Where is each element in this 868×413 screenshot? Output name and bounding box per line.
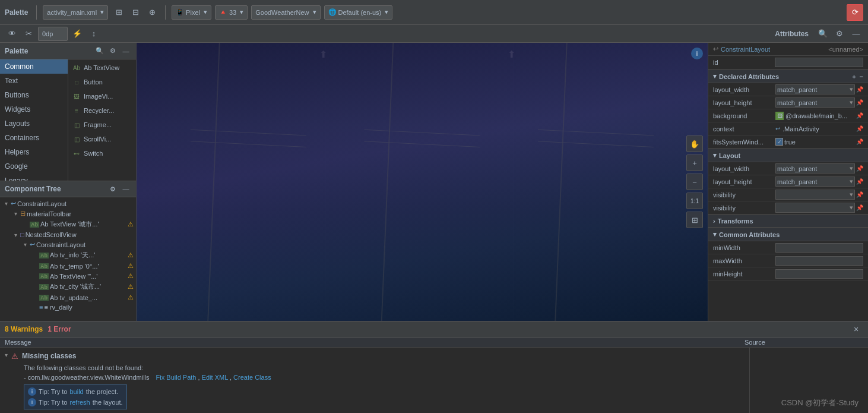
layout-pin-0[interactable]: 📌	[856, 165, 863, 172]
palette-item-label-imageview: ImageVi...	[84, 93, 113, 100]
tree-item-nestedscroll[interactable]: ▾□NestedScrollView	[0, 230, 136, 239]
palette-minimize-btn[interactable]: —	[121, 46, 131, 56]
palette-item-textview[interactable]: AbAb TextView	[68, 61, 136, 75]
tip1-link[interactable]: build	[70, 388, 84, 395]
tree-item-toolbar[interactable]: ▾⊟materialToolbar	[0, 209, 136, 219]
checkbox-4[interactable]: ✓	[775, 138, 783, 146]
tree-item-rv_daily[interactable]: ≡≡ rv_daily	[0, 302, 136, 312]
remove-attr-btn[interactable]: −	[860, 73, 863, 80]
tree-expand-constraint2[interactable]: ▾	[21, 241, 28, 248]
layout-attr-val-2[interactable]	[775, 190, 855, 200]
layout-pin-1[interactable]: 📌	[856, 178, 863, 185]
tree-item-constraint[interactable]: ▾↩ConstraintLayout	[0, 198, 136, 209]
palette-item-button[interactable]: □Button	[68, 75, 136, 89]
arrow-btn[interactable]: ↕	[87, 27, 101, 41]
layout-attr-val-0[interactable]: match_parent	[775, 163, 855, 174]
transforms-section[interactable]: › Transforms	[708, 215, 868, 228]
svg-line-2	[555, 43, 567, 321]
palette-item-imageview[interactable]: 🖼ImageVi...	[68, 89, 136, 103]
tree-expand-constraint[interactable]: ▾	[2, 200, 9, 207]
palette-settings-btn[interactable]: ⚙	[107, 46, 118, 56]
id-input[interactable]	[775, 58, 863, 67]
hand-tool-btn[interactable]: ✋	[686, 135, 703, 152]
tree-expand-nestedscroll[interactable]: ▾	[12, 232, 19, 238]
file-dropdown[interactable]: activity_main.xml	[43, 5, 108, 20]
palette-item-switch[interactable]: ⊷Switch	[68, 146, 136, 160]
device-dropdown[interactable]: 📱 Pixel	[172, 5, 211, 20]
palette-cat-helpers[interactable]: Helpers	[0, 145, 68, 159]
message-col-label: Message	[5, 339, 740, 346]
pin-3[interactable]: 📌	[856, 125, 863, 132]
palette-item-scrollview[interactable]: ◫ScrollVi...	[68, 132, 136, 146]
zoom-in-btn[interactable]: +	[686, 155, 703, 171]
declared-attr-val-0[interactable]: match_parent	[775, 84, 855, 94]
locale-dropdown[interactable]: 🌐 Default (en-us)	[324, 5, 393, 20]
attr-minimize-btn[interactable]: —	[849, 27, 863, 41]
pin-0[interactable]: 📌	[856, 86, 863, 93]
palette-cat-containers[interactable]: Containers	[0, 131, 68, 145]
tree-expand-toolbar[interactable]: ▾	[12, 210, 19, 217]
tree-item-tv_update[interactable]: AbAb tv_update_...⚠	[0, 292, 136, 302]
pin-4[interactable]: 📌	[856, 138, 863, 145]
preview-btn[interactable]: ⊕	[145, 5, 159, 20]
tree-item-textview1[interactable]: AbAb TextView '城市...'⚠	[0, 219, 136, 230]
tree-icon-nestedscroll: □	[20, 231, 24, 238]
error-expand-icon[interactable]: ▾	[5, 352, 8, 358]
edit-xml-link[interactable]: Edit XML	[202, 374, 228, 381]
canvas-info-icon[interactable]: i	[691, 48, 703, 59]
tip2-link[interactable]: refresh	[70, 399, 90, 406]
attr-settings-btn[interactable]: ⚙	[832, 27, 847, 41]
create-class-link[interactable]: Create Class	[233, 374, 271, 381]
declared-attrs-section[interactable]: ▾ Declared Attributes + −	[708, 70, 868, 83]
select-tool-btn[interactable]: 👁	[5, 27, 19, 41]
refresh-highlight-btn[interactable]: ⟳	[847, 4, 863, 21]
fit-screen-btn[interactable]: 1:1	[686, 193, 703, 209]
tree-item-tv_city[interactable]: AbAb tv_city '城市...'⚠	[0, 281, 136, 292]
dp-field[interactable]: 0dp	[38, 27, 68, 41]
pan-tool-btn[interactable]: ✂	[21, 27, 36, 41]
palette-cat-google[interactable]: Google	[0, 159, 68, 174]
errors-label: 1 Error	[47, 325, 71, 333]
layout-pin-2[interactable]: 📌	[856, 191, 863, 198]
add-attr-btn[interactable]: +	[852, 73, 856, 80]
pin-1[interactable]: 📌	[856, 99, 863, 106]
fix-build-link[interactable]: Fix Build Path	[156, 374, 197, 381]
common-attr-cell-1	[775, 256, 863, 266]
design-mode-btn[interactable]: ⊞	[112, 5, 126, 20]
common-attr-input-0[interactable]	[775, 243, 863, 253]
app-dropdown[interactable]: GoodWeatherNew	[251, 5, 320, 20]
attr-search-btn[interactable]: 🔍	[816, 27, 830, 41]
layout-attr-val-3[interactable]	[775, 203, 855, 213]
tree-minimize-btn[interactable]: —	[121, 184, 131, 194]
palette-cat-legacy[interactable]: Legacy	[0, 174, 68, 181]
layout-section[interactable]: ▾ Layout	[708, 149, 868, 162]
toggle-view-btn[interactable]: ⊞	[686, 212, 703, 228]
common-attr-input-2[interactable]	[775, 269, 863, 279]
tree-item-textview2[interactable]: AbAb TextView '"...'⚠	[0, 271, 136, 281]
palette-item-recyclerview[interactable]: ≡Recycler...	[68, 103, 136, 118]
palette-cat-widgets[interactable]: Widgets	[0, 102, 68, 116]
tree-item-constraint2[interactable]: ▾↩ConstraintLayout	[0, 239, 136, 250]
palette-cat-text[interactable]: Text	[0, 74, 68, 88]
api-dropdown[interactable]: 🔺 33	[215, 5, 248, 20]
pin-2[interactable]: 📌	[856, 112, 863, 119]
declared-attr-val-1[interactable]: match_parent	[775, 97, 855, 108]
palette-cat-layouts[interactable]: Layouts	[0, 116, 68, 131]
canvas-area[interactable]: ⬆ ⬆ i ✋ +	[137, 43, 708, 321]
common-attr-input-1[interactable]	[775, 256, 863, 266]
tree-settings-btn[interactable]: ⚙	[107, 184, 118, 194]
blueprint-btn[interactable]: ⊟	[128, 5, 142, 20]
common-attrs-section[interactable]: ▾ Common Attributes	[708, 228, 868, 241]
palette-item-fragment[interactable]: ◫Fragme...	[68, 118, 136, 132]
palette-cat-common[interactable]: Common	[0, 59, 68, 74]
tree-item-tv_temp[interactable]: AbAb tv_temp '0°...'⚠	[0, 261, 136, 271]
zoom-out-btn[interactable]: −	[686, 174, 703, 190]
palette-cat-buttons[interactable]: Buttons	[0, 88, 68, 102]
bottom-close-btn[interactable]: ×	[849, 322, 863, 336]
palette-search-btn[interactable]: 🔍	[94, 46, 105, 56]
tree-icon-textview2: Ab	[39, 273, 49, 279]
magic-btn[interactable]: ⚡	[70, 27, 84, 41]
tree-item-tv_info[interactable]: AbAb tv_info '天...'⚠	[0, 250, 136, 261]
layout-attr-val-1[interactable]: match_parent	[775, 176, 855, 187]
layout-pin-3[interactable]: 📌	[856, 204, 863, 211]
